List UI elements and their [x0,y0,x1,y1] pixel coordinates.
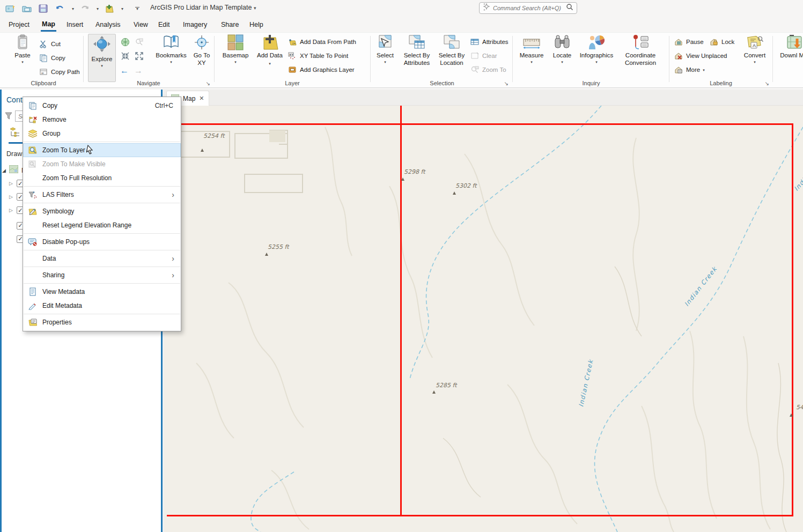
menu-item-data[interactable]: Data › [23,252,181,265]
menu-item-properties[interactable]: Properties [23,315,181,329]
infographics-dropdown-icon[interactable]: ▾ [595,60,598,64]
explore-button[interactable]: Explore ▾ [88,34,116,82]
undo-dropdown-icon[interactable]: ▾ [72,6,74,11]
basemap-dropdown-icon[interactable]: ▾ [234,60,237,64]
layer-row[interactable]: ▷ ✓ [9,193,24,201]
copy-button[interactable]: Copy [39,52,65,64]
measure-dropdown-icon[interactable]: ▾ [531,60,533,64]
select-button[interactable]: Select ▾ [372,34,398,64]
tab-share[interactable]: Share [220,18,240,32]
cut-button[interactable]: Cut [39,38,61,50]
fixed-zoom-out-button[interactable] [134,50,144,62]
save-project-icon[interactable] [38,2,49,15]
menu-item-disable-popups[interactable]: Disable Pop-ups [23,235,181,249]
filter-icon[interactable] [5,112,13,122]
add-data-button[interactable]: Add Data ▾ [255,34,284,67]
list-by-drawing-order-icon[interactable] [10,126,21,140]
tab-insert[interactable]: Insert [65,18,84,32]
select-dropdown-icon[interactable]: ▾ [384,60,386,64]
redo-dropdown-icon[interactable]: ▾ [97,6,99,11]
convert-labels-button[interactable]: A Convert ▾ [741,34,768,64]
tab-analysis[interactable]: Analysis [94,18,122,32]
layer-row[interactable]: ▷ ✓ [9,206,24,214]
paste-dropdown-icon[interactable]: ▾ [21,60,24,64]
select-by-location-button[interactable]: Select By Location [436,34,468,67]
bookmarks-button[interactable]: Bookmarks ▾ [153,34,189,64]
expander-expanded-icon[interactable]: ◢ [2,168,6,173]
convert-dropdown-icon[interactable]: ▾ [754,60,756,64]
paste-button[interactable]: Paste ▾ [10,34,35,64]
tab-edit[interactable]: Edit [157,18,171,32]
new-project-icon[interactable] [4,2,16,15]
redo-icon[interactable] [79,2,91,15]
navigate-dialog-launcher-icon[interactable]: ↘ [206,81,210,86]
select-by-attributes-button[interactable]: Select By Attributes [400,34,433,67]
menu-item-remove[interactable]: Remove [23,113,181,127]
add-data-dropdown-icon[interactable]: ▾ [269,62,271,65]
more-labeling-button[interactable]: More▾ [674,64,705,76]
attributes-button[interactable]: Attributes [470,36,509,48]
explore-dropdown-icon[interactable]: ▾ [101,64,103,68]
undo-icon[interactable] [54,2,66,15]
tab-imagery[interactable]: Imagery [182,18,208,32]
measure-button[interactable]: Measure ▾ [516,34,547,64]
locate-button[interactable]: Locate ▾ [549,34,575,64]
tab-help[interactable]: Help [248,18,264,32]
map-tab-close-icon[interactable]: ✕ [199,95,204,102]
expander-collapsed-icon[interactable]: ▷ [9,194,13,200]
basemap-button[interactable]: Basemap ▾ [220,34,251,64]
clear-button[interactable]: Clear [470,50,497,62]
layer-row[interactable]: ▷ ✓ [9,180,24,187]
open-project-icon[interactable] [21,2,33,15]
menu-item-zoom-to-layer[interactable]: Zoom To Layer [23,143,181,157]
tab-view[interactable]: View [132,18,149,32]
tab-project[interactable]: Project [8,18,31,32]
menu-item-edit-metadata[interactable]: Edit Metadata [23,299,181,313]
download-map-button[interactable]: Downl Map [780,34,803,60]
add-data-from-path-button[interactable]: (= Add Data From Path [288,36,356,48]
locate-dropdown-icon[interactable]: ▾ [561,60,563,64]
menu-item-symbology[interactable]: Symbology [23,204,181,218]
coordinate-conversion-button[interactable]: Coordinate Conversion [619,34,662,67]
full-extent-button[interactable] [120,36,130,48]
title-bar: ▾ ▾ ▾ ▾ ArcGIS Pro Lidar in Map Template… [0,0,803,16]
menu-item-reset-legend-elevation-range[interactable]: Reset Legend Elevation Range [23,218,181,232]
add-graphics-layer-button[interactable]: Add Graphics Layer [288,64,355,76]
svg-text:XY: XY [289,53,293,56]
bookmarks-dropdown-icon[interactable]: ▾ [170,60,172,64]
labeling-dialog-launcher-icon[interactable]: ↘ [765,81,769,86]
lock-labels-button[interactable]: Lock [709,36,734,48]
tab-map[interactable]: Map [41,18,56,32]
go-to-xy-button[interactable]: Go To XY [191,34,212,67]
map-canvas[interactable]: 5254 ft 5298 ft 5302 ft 5255 ft 5285 ft … [164,106,803,532]
xy-table-to-point-button[interactable]: XY XY Table To Point [288,50,348,62]
menu-item-view-metadata[interactable]: View Metadata [23,285,181,299]
fixed-zoom-in-button[interactable] [120,50,130,62]
expander-collapsed-icon[interactable]: ▷ [9,181,13,186]
previous-extent-button[interactable]: ← [120,65,129,77]
command-search-input[interactable] [493,5,563,11]
magnifier-icon[interactable] [566,3,573,13]
zoom-to-selection-button[interactable] [134,36,144,48]
customize-quick-access-icon[interactable]: ▾ [131,2,143,15]
copy-path-button[interactable]: w. Copy Path [39,66,80,78]
group-inquiry: Measure ▾ Locate ▾ Infographics ▾ [514,33,668,88]
menu-item-zoom-to-full-resolution[interactable]: Zoom To Full Resolution [23,171,181,185]
view-unplaced-button[interactable]: View Unplaced [674,50,727,62]
title-chevron-icon: ▾ [254,5,256,11]
infographics-button[interactable]: Infographics ▾ [577,34,616,64]
menu-item-copy[interactable]: Copy Ctrl+C [23,99,181,113]
command-search[interactable] [479,2,577,14]
edit-metadata-icon [27,301,38,311]
next-extent-button[interactable]: → [134,65,143,77]
menu-item-group[interactable]: Group [23,127,181,141]
menu-item-las-filters[interactable]: LAS Filters › [23,188,181,202]
expander-collapsed-icon[interactable]: ▷ [9,208,13,213]
add-item-dropdown-icon[interactable]: ▾ [121,6,123,11]
pause-labeling-button[interactable]: Pause [674,36,704,48]
zoom-to-selection-ribbon-button[interactable]: Zoom To [470,64,506,76]
menu-item-sharing[interactable]: Sharing › [23,268,181,282]
add-item-icon[interactable] [104,2,115,15]
go-to-xy-icon [193,34,210,51]
selection-dialog-launcher-icon[interactable]: ↘ [504,81,509,86]
